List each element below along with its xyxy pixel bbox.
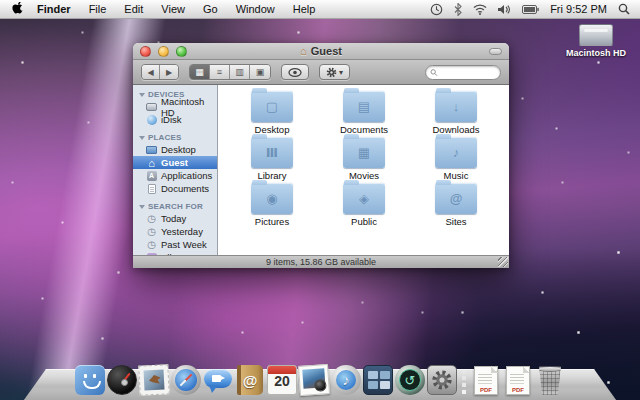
sidebar: DEVICESMacintosh HDiDiskPLACESDesktop⌂Gu… [133, 85, 218, 255]
zoom-button[interactable] [176, 46, 187, 57]
sidebar-section-search-for: SEARCH FOR◷Today◷Yesterday◷Past WeekAll … [133, 201, 217, 255]
menu-bar-status: Fri 9:52 PM [430, 3, 630, 16]
bluetooth-icon[interactable] [454, 3, 462, 16]
dock-item-ical[interactable]: 20 [267, 365, 297, 395]
sidebar-section-header[interactable]: SEARCH FOR [133, 201, 217, 212]
sidebar-item-yesterday[interactable]: ◷Yesterday [133, 225, 217, 238]
folder-downloads[interactable]: ↓Downloads [410, 89, 502, 135]
dock-item-mail[interactable] [138, 364, 170, 396]
action-button[interactable]: ▾ [319, 64, 350, 80]
disclosure-triangle-icon[interactable] [139, 205, 145, 209]
spotlight-icon[interactable] [618, 3, 630, 15]
folder-icon: Ⅲ [251, 137, 293, 168]
time-machine-glyph-icon: ↺ [395, 365, 425, 395]
section-label: SEARCH FOR [148, 202, 203, 211]
battery-icon[interactable] [522, 5, 539, 14]
search-input[interactable] [440, 67, 496, 77]
menu-help[interactable]: Help [284, 0, 325, 18]
coverflow-view-button[interactable]: ▣ [250, 65, 270, 79]
folder-icon: ◉ [251, 183, 293, 214]
folder-movies[interactable]: ▦Movies [318, 135, 410, 181]
apple-menu-icon[interactable] [10, 0, 26, 18]
sidebar-item-label: Documents [161, 183, 209, 194]
folder-emblem-icon: Ⅲ [266, 146, 278, 159]
desktop-volume-macintosh-hd[interactable]: Macintosh HD [560, 24, 632, 58]
folder-desktop[interactable]: ▢Desktop [226, 89, 318, 135]
folder-icon: ↓ [435, 91, 477, 122]
folder-emblem-icon: ▢ [266, 100, 278, 113]
folder-library[interactable]: ⅢLibrary [226, 135, 318, 181]
folder-pictures[interactable]: ◉Pictures [226, 181, 318, 227]
sidebar-item-label: Applications [161, 170, 212, 181]
dock-item-system-preferences[interactable] [427, 365, 457, 395]
dock-item-itunes[interactable]: ♪ [331, 365, 361, 395]
document-icon [146, 183, 157, 194]
menu-bar: Finder File Edit View Go Window Help Fri… [0, 0, 640, 19]
forward-button[interactable]: ▶ [160, 65, 178, 79]
gear-icon [428, 366, 456, 394]
sidebar-item-applications[interactable]: AApplications [133, 169, 217, 182]
sidebar-item-macintosh-hd[interactable]: Macintosh HD [133, 100, 217, 113]
sidebar-item-today[interactable]: ◷Today [133, 212, 217, 225]
quick-look-button[interactable] [281, 64, 309, 80]
sidebar-item-documents[interactable]: Documents [133, 182, 217, 195]
window-toolbar: ◀ ▶ ▦≡▥▣ ▾ [133, 60, 509, 85]
dock-item-trash[interactable] [535, 365, 565, 395]
menu-finder[interactable]: Finder [28, 0, 80, 18]
sidebar-item-desktop[interactable]: Desktop [133, 143, 217, 156]
dock-item-pdf-document[interactable]: PDF [474, 366, 498, 395]
sidebar-section-header[interactable]: PLACES [133, 132, 217, 143]
folder-icon: ♪ [435, 137, 477, 168]
dock-item-finder[interactable] [75, 365, 105, 395]
clock-icon: ◷ [146, 239, 157, 250]
dock-item-ichat[interactable] [203, 367, 233, 393]
folder-icon: @ [435, 183, 477, 214]
minimize-button[interactable] [158, 46, 169, 57]
back-button[interactable]: ◀ [142, 65, 160, 79]
idisk-icon [146, 114, 157, 125]
folder-public[interactable]: ◈Public [318, 181, 410, 227]
disclosure-triangle-icon[interactable] [139, 93, 145, 97]
sync-clock-icon[interactable] [430, 3, 443, 16]
folder-emblem-icon: ▦ [358, 146, 370, 159]
folder-sites[interactable]: @Sites [410, 181, 502, 227]
dock-item-time-machine[interactable]: ↺ [395, 365, 425, 395]
menu-go[interactable]: Go [194, 0, 227, 18]
list-view-button[interactable]: ≡ [210, 65, 230, 79]
finder-window: ⌂ Guest ◀ ▶ ▦≡▥▣ ▾ DEVICESMacintosh HDiD… [133, 43, 509, 268]
folder-icon: ▢ [251, 91, 293, 122]
volume-icon[interactable] [498, 4, 511, 15]
menu-bar-clock[interactable]: Fri 9:52 PM [550, 3, 607, 15]
folder-label: Pictures [255, 216, 289, 227]
address-book-glyph-icon: @ [237, 365, 263, 395]
resize-grip[interactable] [498, 257, 508, 267]
search-field[interactable] [425, 65, 501, 80]
menu-view[interactable]: View [152, 0, 194, 18]
icon-view-button[interactable]: ▦ [190, 65, 210, 79]
menu-edit[interactable]: Edit [115, 0, 152, 18]
sidebar-item-label: Yesterday [161, 226, 203, 237]
wifi-icon[interactable] [473, 4, 487, 15]
folder-music[interactable]: ♪Music [410, 135, 502, 181]
folder-grid: ▢Desktop▤Documents↓DownloadsⅢLibrary▦Mov… [226, 89, 509, 227]
disclosure-triangle-icon[interactable] [139, 136, 145, 140]
dock-item-dashboard[interactable] [107, 365, 137, 395]
dock-item-address-book[interactable]: @ [237, 365, 263, 395]
window-body: DEVICESMacintosh HDiDiskPLACESDesktop⌂Gu… [133, 85, 509, 255]
dock-item-pdf-document[interactable]: PDF [506, 366, 530, 395]
window-titlebar[interactable]: ⌂ Guest [133, 43, 509, 60]
sidebar-item-past-week[interactable]: ◷Past Week [133, 238, 217, 251]
column-view-button[interactable]: ▥ [230, 65, 250, 79]
dock-item-spaces[interactable] [363, 365, 393, 395]
dock-item-iphoto[interactable] [298, 364, 330, 396]
folder-documents[interactable]: ▤Documents [318, 89, 410, 135]
menu-window[interactable]: Window [227, 0, 284, 18]
close-button[interactable] [140, 46, 151, 57]
menu-file[interactable]: File [80, 0, 116, 18]
toolbar-toggle-button[interactable] [489, 48, 502, 55]
sidebar-item-guest[interactable]: ⌂Guest [133, 156, 217, 169]
dock-item-safari[interactable] [171, 365, 201, 395]
status-bar: 9 items, 15.86 GB available [133, 255, 509, 268]
sidebar-item-label: Today [161, 213, 186, 224]
pdf-label: PDF [475, 387, 497, 393]
